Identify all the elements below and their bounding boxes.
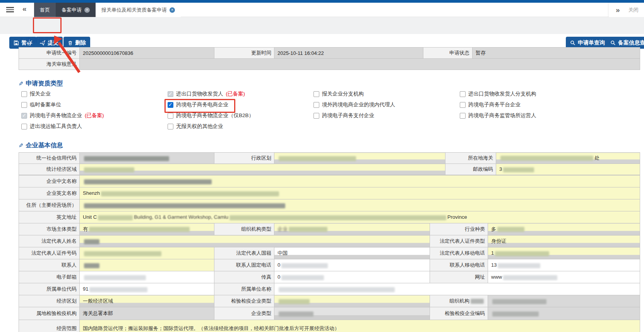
checkbox-icon[interactable] (168, 124, 173, 129)
fax-value[interactable]: 0 (274, 271, 430, 283)
qualification-item[interactable]: 跨境电子商务监管场所运营人 (460, 111, 633, 120)
tab-home[interactable]: 首页 (34, 3, 56, 17)
checkbox-icon[interactable] (460, 91, 466, 97)
business-scope-value[interactable]: 国内陆路货运代理；搬运装卸服务；国际货运代理。（依法须经批准的项目，经相关部门批… (80, 320, 640, 332)
contact-mobile-value[interactable]: 13 (488, 259, 640, 271)
redacted-value (492, 299, 546, 304)
checkbox-icon[interactable] (168, 113, 173, 119)
qualification-item[interactable]: 跨境电子商务物流企业（仅B2B） (168, 111, 313, 120)
qualification-item[interactable]: 境外跨境电商企业的境内代理人 (313, 100, 460, 109)
checkbox-icon[interactable] (168, 102, 173, 108)
table-row: 属地检验检疫机构 海关总署本部 企业类型 检验检疫企业编码 (19, 307, 640, 320)
checkbox-icon[interactable] (460, 102, 466, 108)
credit-code-value (80, 153, 214, 164)
field-label: 海关审核意见 (19, 59, 80, 70)
qualification-item-ecommerce[interactable]: 跨境电子商务电商企业 (168, 100, 313, 109)
field-label: 企业中文名称 (19, 175, 80, 187)
field-label: 法定代表人证件类型 (430, 235, 488, 247)
top-accent-bar (0, 0, 644, 3)
english-address-value[interactable]: Unit CBuilding, G1 & Garment Workshop, C… (80, 211, 640, 223)
redacted-value (101, 191, 279, 196)
field-label: 联系人 (19, 259, 80, 271)
legal-rep-id-number-value[interactable] (80, 247, 214, 259)
field-label: 属地检验检疫机构 (19, 307, 80, 320)
company-en-name-value[interactable]: Shenzh (80, 187, 640, 199)
field-label: 法定代表人国籍 (214, 247, 274, 259)
parent-unit-code-value[interactable]: 91 (80, 283, 214, 295)
qualification-item[interactable]: 跨境电子商务物流企业(已备案) (21, 111, 168, 120)
redacted-value (281, 275, 324, 280)
table-row: 市场主体类型 有 组织机构类型 企业 行业种类 多 (19, 223, 640, 235)
checkbox-icon[interactable] (313, 102, 319, 108)
qualification-item[interactable]: 报关企业 (21, 90, 168, 98)
checkbox-icon[interactable] (168, 91, 173, 97)
redacted-value (89, 227, 190, 232)
value-fragment: 有 (83, 226, 88, 232)
scroll-tabs-right-icon[interactable]: » (616, 6, 620, 14)
qualification-item[interactable]: 进出境运输工具负责人 (21, 122, 168, 131)
tab-label: 报关单位及相关资质备案申请 (101, 7, 167, 14)
scroll-tabs-left-icon[interactable]: « (22, 5, 27, 13)
checkbox-icon[interactable] (21, 91, 27, 97)
redacted-value (84, 275, 146, 280)
tab-bar: « 首页 备案申请 × 报关单位及相关资质备案申请 × » 关闭 (0, 3, 644, 17)
email-value[interactable] (80, 271, 214, 283)
tab-filing-application[interactable]: 备案申请 × (56, 3, 96, 17)
qualification-checkbox-grid: 报关企业 进出口货物收发货人(已备案) 报关企业分支机构 进出口货物收发货人分支… (21, 90, 633, 131)
admin-region-value[interactable] (274, 153, 445, 164)
field-label: 组织机构类型 (214, 223, 274, 235)
table-row: 申请统一编号 202500000010670836 更新时间 2025-10-1… (19, 48, 640, 59)
qualification-item[interactable]: 跨境电子商务平台企业 (460, 100, 633, 109)
market-entity-type-value[interactable]: 有 (80, 223, 214, 235)
field-label: 统计经济区域 (19, 164, 80, 175)
qualification-item[interactable]: 报关企业分支机构 (313, 90, 460, 98)
close-tabs-menu[interactable]: 关闭 (629, 7, 639, 14)
close-tab-icon[interactable]: × (84, 7, 90, 13)
value-fragment: 91 (83, 286, 88, 292)
qualification-item[interactable]: 进出口货物收发货人分支机构 (460, 90, 633, 98)
legal-rep-id-type-value[interactable]: 身份证 (488, 235, 640, 247)
org-structure-type-value[interactable]: 企业 (274, 223, 430, 235)
ciq-enterprise-type-value[interactable] (274, 295, 430, 307)
economic-zone-value[interactable]: 一般经济区域 (80, 295, 214, 307)
contact-landline-value[interactable]: 0 (274, 259, 430, 271)
legal-rep-mobile-value[interactable]: 1 (488, 247, 640, 259)
value-fragment: 1 (491, 250, 494, 256)
customs-location-value[interactable]: 处 (496, 153, 640, 164)
checkbox-icon[interactable] (21, 124, 27, 129)
qualification-item[interactable]: 临时备案单位 (21, 100, 168, 109)
industry-category-value[interactable]: 多 (488, 223, 640, 235)
postal-code-value[interactable]: 3 (496, 164, 640, 175)
field-label: 申请状态 (423, 48, 473, 59)
checkbox-icon[interactable] (313, 91, 319, 97)
checkbox-icon[interactable] (21, 102, 27, 108)
field-label: 企业类型 (214, 307, 274, 320)
statistical-economic-zone-value[interactable] (80, 164, 445, 175)
contact-person-value[interactable] (80, 259, 214, 271)
field-label: 英文地址 (19, 211, 80, 223)
checkbox-icon[interactable] (460, 113, 466, 119)
value-fragment: 0 (277, 274, 280, 280)
menu-icon[interactable] (6, 7, 14, 13)
website-value[interactable]: www (488, 271, 640, 283)
checkbox-icon[interactable] (313, 113, 319, 119)
section-application-info: ✎ 申请信息 (19, 36, 51, 44)
legal-rep-nationality-value[interactable]: 中国 (274, 247, 430, 259)
company-cn-name-value[interactable] (80, 175, 640, 187)
checkbox-icon[interactable] (21, 113, 27, 119)
query-record-label: 备案信息查询 (618, 39, 644, 46)
field-label: 经济区划 (19, 295, 80, 307)
company-info-table-b: 企业中文名称 企业英文名称 Shenzh 住所（主要经营场所） 英文地址 Uni… (19, 175, 640, 332)
field-label: 联系人移动电话 (430, 259, 488, 271)
close-tab-icon[interactable]: × (170, 7, 175, 13)
domicile-value[interactable] (80, 199, 640, 211)
customs-filing-page: { "tab_bar": { "tabs": [ { "label": "首页"… (0, 0, 644, 332)
field-label: 检验检疫企业编码 (430, 307, 488, 320)
qualification-item[interactable]: 无报关权的其他企业 (168, 122, 313, 131)
qualification-item[interactable]: 进出口货物收发货人(已备案) (168, 90, 313, 98)
qualification-item[interactable]: 跨境电子商务支付企业 (313, 111, 460, 120)
field-label: 经营范围 (19, 320, 80, 332)
parent-unit-name-value[interactable] (274, 283, 640, 295)
legal-rep-name-value[interactable] (80, 235, 430, 247)
tab-declaration-unit-qualification[interactable]: 报关单位及相关资质备案申请 × (96, 3, 181, 17)
